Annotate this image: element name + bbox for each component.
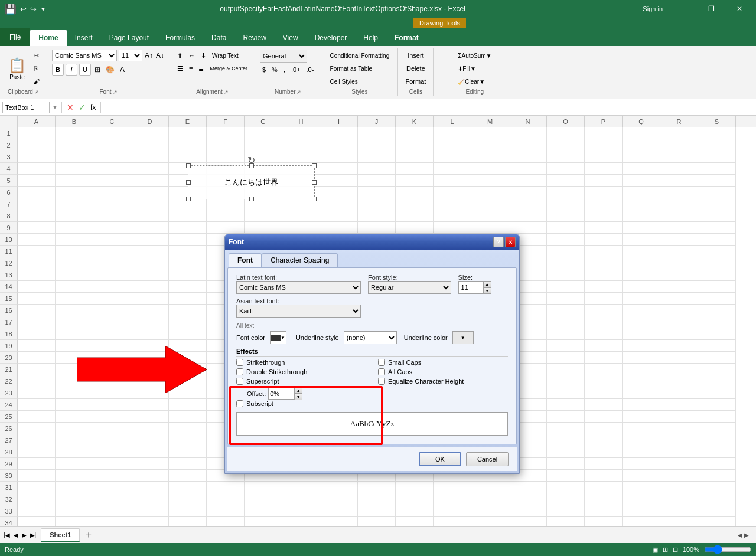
font-name-select[interactable]: Comic Sans MS [52,50,117,61]
row-32[interactable]: 32 [0,493,18,505]
page-layout-btn[interactable]: ⊞ [663,546,668,554]
row-29[interactable]: 29 [0,458,18,470]
zoom-slider[interactable] [704,545,751,554]
row-22[interactable]: 22 [0,375,18,387]
row-16[interactable]: 16 [0,305,18,316]
decimal-dec-btn[interactable]: .0- [304,64,317,76]
align-right-btn[interactable]: ≣ [196,63,206,74]
decimal-inc-btn[interactable]: .0+ [289,64,303,76]
handle-tc[interactable] [249,163,254,168]
delete-btn[interactable]: Delete [404,63,428,74]
font-shrink-btn[interactable]: A↓ [155,51,165,60]
color-dropdown-arrow[interactable]: ▼ [281,335,285,341]
col-header-i[interactable]: I [320,116,358,127]
fill-btn[interactable]: ⬇ Fill ▼ [455,63,478,74]
col-header-l[interactable]: L [434,116,471,127]
font-grow-btn[interactable]: A↑ [144,51,154,60]
col-header-k[interactable]: K [396,116,434,127]
sheet-next-btn[interactable]: ▶ [21,531,28,539]
page-break-btn[interactable]: ⊟ [673,546,678,554]
copy-btn[interactable]: ⎘ [31,63,42,74]
clear-btn[interactable]: 🧹 Clear ▼ [455,76,487,87]
underline-color-arrow[interactable]: ▼ [461,335,465,341]
dialog-tab-character-spacing[interactable]: Character Spacing [262,253,338,267]
col-header-c[interactable]: C [93,116,131,127]
tab-page-layout[interactable]: Page Layout [101,30,157,46]
close-btn[interactable]: ✕ [728,0,751,18]
tab-data[interactable]: Data [203,30,234,46]
handle-bc[interactable] [249,197,254,201]
asian-font-select[interactable]: KaiTi [236,305,361,318]
row-34[interactable]: 34 [0,517,18,526]
dialog-close-btn[interactable]: ✕ [505,237,516,247]
col-header-p[interactable]: P [585,116,623,127]
restore-btn[interactable]: ❐ [699,0,723,18]
clipboard-expand[interactable]: ↗ [34,89,39,95]
redo-btn[interactable]: ↪ [30,5,37,14]
row-17[interactable]: 17 [0,316,18,328]
col-header-d[interactable]: D [131,116,169,127]
row-21[interactable]: 21 [0,364,18,375]
name-box[interactable] [2,102,50,113]
tab-developer[interactable]: Developer [307,30,356,46]
paste-btn[interactable]: 📋 Paste [5,51,30,86]
underline-color-btn[interactable]: ▼ [452,331,474,344]
tab-home[interactable]: Home [30,30,66,46]
col-header-r[interactable]: R [660,116,698,127]
ok-button[interactable]: OK [419,452,461,466]
row-24[interactable]: 24 [0,399,18,411]
row-19[interactable]: 19 [0,340,18,352]
row-1[interactable]: 1 [0,127,18,139]
offset-input[interactable] [268,388,294,400]
font-color-btn-dlg[interactable]: ▼ [270,331,286,344]
col-header-m[interactable]: M [471,116,509,127]
row-13[interactable]: 13 [0,269,18,281]
col-header-a[interactable]: A [18,116,56,127]
handle-bl[interactable] [186,197,191,201]
align-bottom-btn[interactable]: ⬇ [198,50,208,61]
align-middle-btn[interactable]: ↔ [186,50,197,61]
add-sheet-btn[interactable]: ＋ [82,529,95,542]
row-33[interactable]: 33 [0,505,18,517]
handle-tl[interactable] [186,163,191,168]
row-20[interactable]: 20 [0,352,18,364]
row-27[interactable]: 27 [0,434,18,446]
textbox-shape[interactable]: こんにちは世界 [188,165,315,199]
cut-btn[interactable]: ✂ [31,50,42,61]
cell-styles-btn[interactable]: Cell Styles [328,76,360,87]
font-size-input[interactable] [458,281,483,294]
col-header-o[interactable]: O [547,116,585,127]
col-header-n[interactable]: N [509,116,547,127]
font-color-btn[interactable]: A [118,65,126,74]
dialog-tab-font[interactable]: Font [229,253,262,267]
row-4[interactable]: 4 [0,163,18,175]
row-12[interactable]: 12 [0,257,18,269]
row-15[interactable]: 15 [0,293,18,305]
quick-access-more[interactable]: ▼ [40,6,46,12]
italic-btn[interactable]: I [66,64,77,76]
tab-view[interactable]: View [275,30,307,46]
dialog-help-btn[interactable]: ? [493,237,504,247]
col-header-s[interactable]: S [698,116,736,127]
format-as-table-btn[interactable]: Format as Table [328,63,375,74]
row-26[interactable]: 26 [0,423,18,434]
row-28[interactable]: 28 [0,446,18,458]
font-style-select[interactable]: Regular [368,281,451,294]
sheet-last-btn[interactable]: ▶| [29,531,38,539]
align-top-btn[interactable]: ⬆ [175,50,185,61]
offset-down[interactable]: ▼ [294,394,302,400]
tab-help[interactable]: Help [355,30,386,46]
undo-btn[interactable]: ↩ [20,5,27,14]
handle-mr[interactable] [312,180,317,185]
col-header-j[interactable]: J [358,116,396,127]
row-8[interactable]: 8 [0,210,18,222]
sheet-first-btn[interactable]: |◀ [2,531,11,539]
sheet-tab-sheet1[interactable]: Sheet1 [41,528,80,542]
spinner-down[interactable]: ▼ [483,287,491,294]
row-23[interactable]: 23 [0,387,18,399]
row-11[interactable]: 11 [0,246,18,257]
tab-insert[interactable]: Insert [67,30,101,46]
number-expand[interactable]: ↗ [296,89,301,95]
small-caps-checkbox[interactable] [378,359,385,366]
handle-tr[interactable] [312,163,317,168]
